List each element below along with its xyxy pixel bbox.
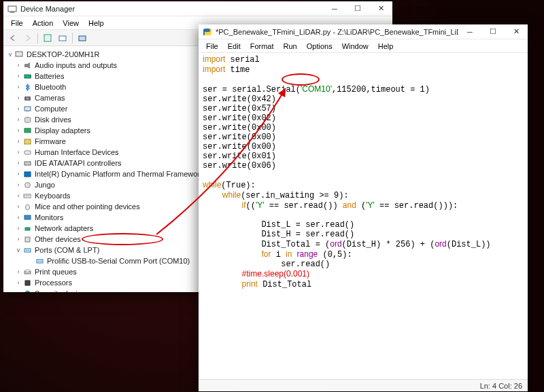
- menu-edit[interactable]: Edit: [223, 41, 245, 52]
- expand-arrow-icon[interactable]: ›: [14, 171, 22, 177]
- menu-run[interactable]: Run: [279, 41, 302, 52]
- svg-rect-0: [8, 6, 16, 12]
- tree-item-label: Network adapters: [35, 224, 93, 232]
- security-icon: [22, 289, 32, 292]
- code-editor[interactable]: import serial import time ser = serial.S…: [199, 53, 528, 379]
- expand-arrow-icon[interactable]: ›: [14, 84, 22, 90]
- tree-item-label: IDE ATA/ATAPI controllers: [35, 159, 122, 167]
- computer-icon: [22, 104, 32, 113]
- svg-rect-15: [24, 139, 31, 144]
- root-label: DESKTOP-2U0MH1R: [27, 50, 99, 58]
- tree-item-label: Display adapters: [35, 126, 90, 135]
- menu-window[interactable]: Window: [337, 41, 373, 52]
- svg-rect-14: [24, 128, 31, 132]
- svg-rect-6: [24, 64, 27, 67]
- tree-item-label: Ports (COM & LPT): [35, 246, 99, 254]
- svg-rect-29: [37, 260, 43, 263]
- expand-arrow-icon[interactable]: ›: [14, 203, 22, 210]
- other-icon: [22, 234, 32, 244]
- menu-help[interactable]: Help: [84, 18, 109, 29]
- expand-arrow-icon[interactable]: ›: [14, 94, 22, 101]
- minimize-button[interactable]: ─: [458, 24, 481, 39]
- tree-item-label: Batteries: [35, 72, 64, 80]
- expand-arrow-icon[interactable]: ›: [14, 290, 22, 292]
- expand-arrow-icon[interactable]: ›: [14, 149, 22, 156]
- tree-item-label: Bluetooth: [35, 83, 66, 91]
- idle-editor-window: *PC_Benewake_TFmini_LiDAR.py - Z:\LiDAR\…: [199, 24, 528, 391]
- tree-item-label: Processors: [35, 279, 72, 287]
- menu-file[interactable]: File: [201, 41, 223, 52]
- tree-item-label: Jungo: [35, 181, 55, 189]
- scan-icon[interactable]: [56, 31, 69, 45]
- expand-arrow-icon[interactable]: ›: [14, 225, 22, 232]
- expand-arrow-icon[interactable]: ›: [14, 127, 22, 134]
- tree-item-label: Firmware: [35, 137, 66, 145]
- expand-arrow-icon[interactable]: ›: [14, 192, 22, 199]
- disk-icon: [22, 115, 32, 124]
- battery-icon: [22, 71, 32, 81]
- tree-child-label: Prolific USB-to-Serial Comm Port (COM10): [47, 257, 190, 265]
- maximize-button[interactable]: ☐: [481, 24, 505, 39]
- menu-help[interactable]: Help: [373, 41, 398, 52]
- idle-menubar: File Edit Format Run Options Window Help: [199, 39, 528, 53]
- svg-rect-4: [79, 36, 86, 41]
- network-icon: [22, 224, 32, 233]
- idle-statusbar: Ln: 4 Col: 26: [199, 379, 528, 391]
- tree-item-label: Computer: [35, 105, 67, 113]
- svg-rect-11: [24, 107, 31, 111]
- tree-item-label: Intel(R) Dynamic Platform and Thermal Fr…: [35, 170, 204, 178]
- intel-icon: [22, 169, 32, 179]
- minimize-button[interactable]: ─: [323, 1, 346, 16]
- display-icon: [22, 126, 32, 135]
- jungo-icon: [22, 180, 32, 190]
- svg-rect-8: [31, 75, 31, 77]
- tree-item-label: Other devices: [35, 235, 81, 243]
- properties-icon[interactable]: [41, 31, 54, 45]
- port-icon: [35, 256, 44, 266]
- menu-view[interactable]: View: [58, 18, 84, 29]
- tree-item-label: Human Interface Devices: [35, 148, 119, 156]
- svg-rect-2: [44, 35, 51, 41]
- expand-arrow-icon[interactable]: ›: [14, 279, 22, 286]
- svg-rect-18: [24, 172, 31, 177]
- expand-arrow-icon[interactable]: ›: [14, 236, 22, 243]
- expand-arrow-icon[interactable]: ›: [14, 160, 22, 166]
- forward-icon[interactable]: [21, 31, 35, 45]
- expand-arrow-icon[interactable]: ›: [14, 116, 22, 123]
- menu-format[interactable]: Format: [245, 41, 279, 52]
- svg-point-30: [38, 261, 39, 262]
- idle-titlebar[interactable]: *PC_Benewake_TFmini_LiDAR.py - Z:\LiDAR\…: [199, 24, 528, 39]
- expand-arrow-icon[interactable]: ›: [14, 62, 22, 69]
- close-button[interactable]: ✕: [505, 24, 528, 39]
- dm-titlebar[interactable]: Device Manager ─ ☐ ✕: [3, 1, 392, 16]
- expand-arrow-icon[interactable]: ›: [14, 73, 22, 79]
- expand-arrow-icon[interactable]: ›: [14, 268, 22, 275]
- svg-point-19: [25, 183, 31, 188]
- dm-title: Device Manager: [20, 5, 323, 13]
- svg-point-31: [40, 261, 41, 262]
- svg-point-22: [26, 204, 30, 210]
- svg-point-27: [26, 250, 27, 251]
- expand-arrow-icon[interactable]: v: [14, 247, 22, 253]
- expand-arrow-icon[interactable]: ›: [14, 138, 22, 145]
- computer-icon: [14, 50, 24, 59]
- menu-options[interactable]: Options: [302, 41, 337, 52]
- dm-app-icon: [7, 4, 17, 14]
- close-button[interactable]: ✕: [369, 1, 392, 16]
- expand-arrow-icon[interactable]: ›: [14, 105, 22, 112]
- tree-item-label: Monitors: [35, 213, 63, 221]
- maximize-button[interactable]: ☐: [346, 1, 369, 16]
- refresh-icon[interactable]: [75, 31, 89, 45]
- python-icon: [203, 27, 212, 37]
- svg-rect-24: [25, 228, 30, 230]
- expand-arrow-icon[interactable]: ›: [14, 181, 22, 188]
- menu-file[interactable]: File: [6, 18, 28, 29]
- back-icon[interactable]: [6, 31, 20, 45]
- tree-item-label: Print queues: [35, 268, 77, 276]
- svg-rect-1: [10, 12, 14, 13]
- expand-arrow-icon[interactable]: ›: [14, 214, 22, 221]
- print-icon: [22, 267, 32, 277]
- svg-rect-16: [24, 151, 31, 154]
- svg-rect-7: [24, 75, 31, 78]
- menu-action[interactable]: Action: [28, 18, 58, 29]
